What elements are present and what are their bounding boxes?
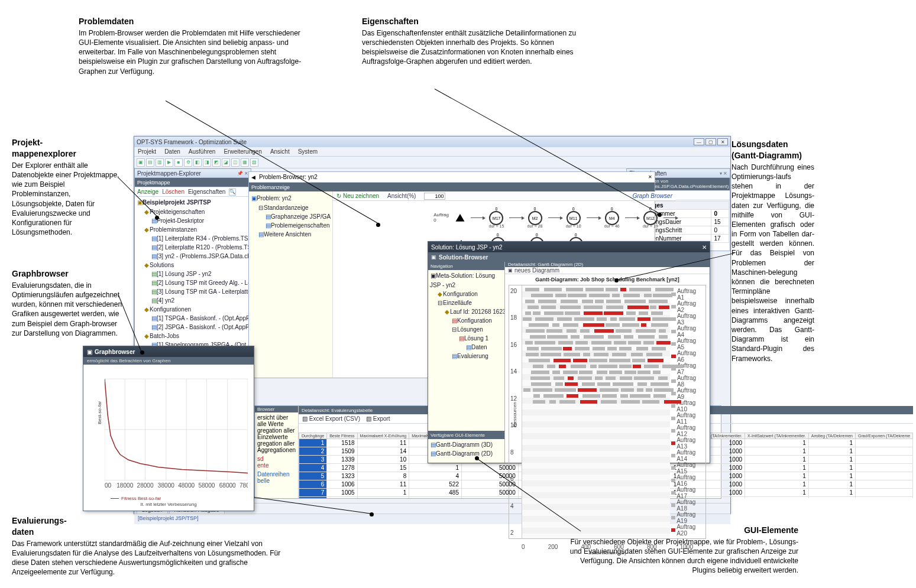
solution-nav: Navigation ▣Meta-Solution: Lösung JSP - …: [428, 262, 505, 463]
solution-nav-header: Navigation: [428, 262, 504, 270]
menu-bar: Projekt Daten Ausführen Erweiterungen An…: [134, 147, 730, 157]
app-title: OPT-SYS Framework - Optimization Suite: [137, 139, 247, 145]
gantt-toolbar: ▣ neues Diagramm: [505, 267, 710, 274]
solution-close-icon[interactable]: ✕: [702, 244, 707, 251]
eval-nav[interactable]: Browser ersicht über alle Werte gregatio…: [255, 406, 299, 498]
problem-toolbar: ↻ Neu zeichnen Ansicht(%) Graph Browser: [333, 191, 676, 201]
svg-text:78000: 78000: [239, 482, 248, 489]
svg-text:48000: 48000: [178, 482, 195, 489]
tool-d-icon[interactable]: ◪: [222, 158, 230, 167]
solution-tree[interactable]: ▣Meta-Solution: Lösung JSP - yn2 ◆Konfig…: [428, 270, 504, 431]
gantt-ylabel: Ressourcen: [512, 402, 517, 427]
tool-stop-icon[interactable]: ■: [174, 158, 183, 167]
btn-loeschen[interactable]: Löschen: [162, 189, 185, 195]
btn-excel-export[interactable]: ▧ Excel Export (CSV): [302, 415, 360, 422]
problem-tree[interactable]: ▣Problem: yn2 ⊟Standardanzeige ▤Graphanz…: [249, 191, 333, 378]
ann-problemdaten: ProblemdatenIm Problem-Browser werden di…: [79, 16, 303, 76]
graphbrowser-legend: Fitness Best-so-far: [111, 496, 161, 501]
graphbrowser-ylabel: Best-so-far: [97, 401, 102, 424]
close-button[interactable]: ✕: [717, 138, 728, 145]
tool-run-icon[interactable]: ▶: [165, 158, 173, 167]
tool-bar: ▣ ▤ ▥ ▶ ■ ⚙ ◧ ◨ ◩ ◪ ◫ ▦ ▧: [134, 157, 730, 168]
ann-graphbrowser: GraphbrowserEvaluierungsdaten, die in Op…: [12, 268, 123, 338]
tool-c-icon[interactable]: ◩: [212, 158, 221, 167]
menu-ausfuehren[interactable]: Ausführen: [189, 148, 216, 155]
solution-browser-window: Solution: Lösung JSP - yn2 ✕ ▣ Solution-…: [428, 241, 710, 463]
btn-neu-zeichnen[interactable]: ↻ Neu zeichnen: [336, 193, 379, 199]
gantt-header: Detailansicht: Gantt-Diagramm (2D): [505, 262, 710, 267]
menu-daten[interactable]: Daten: [164, 148, 180, 155]
svg-text:28000: 28000: [137, 482, 154, 489]
menu-erweiterungen[interactable]: Erweiterungen: [224, 148, 261, 155]
graphbrowser-titlebar: ▣ Graphbrowser: [83, 346, 254, 357]
search-icon[interactable]: 🔍: [229, 189, 236, 196]
project-tree[interactable]: ▣Beispielprojekt JSP/TSP ◆Projekteigensc…: [135, 197, 251, 355]
ann-loesungsdaten: Lösungsdaten (Gantt-Diagramm)Nach Durchf…: [731, 139, 814, 363]
graphbrowser-sub: ermöglicht das Betrachten von Graphen: [83, 357, 254, 365]
solution-subbar: ▣ Solution-Browser: [428, 252, 710, 262]
svg-text:68000: 68000: [219, 482, 236, 489]
tool-e-icon[interactable]: ◫: [231, 158, 239, 167]
gantt-title: Gantt-Diagramm: Job Shop Scheduling Benc…: [505, 274, 710, 285]
properties-pin-icon[interactable]: ▾ ✕: [720, 171, 727, 176]
graphbrowser-window: ▣ Graphbrowser ermöglicht das Betrachten…: [83, 346, 254, 511]
ann-projektmappenexplorer: Projekt- mappenexplorerDer Explorer enth…: [12, 137, 123, 237]
gantt-panel: Detailansicht: Gantt-Diagramm (2D) ▣ neu…: [505, 262, 710, 463]
btn-anzeige[interactable]: Anzeige: [137, 189, 158, 195]
available-gui-list[interactable]: ▤Gantt-Diagramm (3D) ▤Gantt-Diagramm (2D…: [428, 439, 504, 463]
tool-open-icon[interactable]: ▤: [146, 158, 154, 167]
btn-export[interactable]: ▧ Export: [366, 415, 390, 422]
problem-tab-close-icon[interactable]: ✕: [648, 174, 652, 180]
ann-evaluierungsdaten: Evaluierungs- datenDas Framework unterst…: [12, 515, 290, 577]
tool-a-icon[interactable]: ◧: [193, 158, 202, 167]
menu-system[interactable]: System: [298, 148, 318, 155]
btn-eigenschaften[interactable]: Eigenschaften: [188, 189, 225, 195]
tool-save-icon[interactable]: ▥: [156, 158, 164, 167]
solution-titlebar: Solution: Lösung JSP - yn2 ✕: [428, 242, 710, 252]
title-bar: OPT-SYS Framework - Optimization Suite —…: [134, 137, 730, 147]
graphbrowser-plot[interactable]: Best-so-far 0 1000 2000 80001800028000 3…: [83, 365, 254, 503]
tool-f-icon[interactable]: ▦: [241, 158, 249, 167]
svg-text:58000: 58000: [198, 482, 215, 489]
ann-eigenschaften: EigenschaftenDas Eigenschaftenfenster en…: [362, 16, 587, 67]
graph-browser-label: Graph Browser: [633, 193, 672, 199]
tool-g-icon[interactable]: ▧: [250, 158, 258, 167]
available-gui-header: Verfügbare GUI-Elemente: [428, 431, 504, 439]
pin-icon[interactable]: 📌 ✕: [237, 171, 248, 176]
gantt-xlabel: Zeiteinheiten (ZE): [505, 550, 710, 558]
tool-b-icon[interactable]: ◨: [203, 158, 211, 167]
btn-neues-diagramm[interactable]: neues Diagramm: [514, 267, 559, 274]
lbl-ansicht: Ansicht(%): [387, 193, 416, 199]
zoom-input[interactable]: [424, 193, 445, 200]
project-explorer-panel: Projektmappen-Explorer 📌 ✕ Projektmappe …: [134, 168, 251, 356]
menu-ansicht[interactable]: Ansicht: [270, 148, 290, 155]
minimize-button[interactable]: —: [694, 138, 704, 145]
svg-text:18000: 18000: [116, 482, 133, 489]
tool-config-icon[interactable]: ⚙: [184, 158, 192, 167]
svg-text:8000: 8000: [105, 482, 112, 489]
svg-text:38000: 38000: [158, 482, 174, 489]
tool-new-icon[interactable]: ▣: [137, 158, 145, 167]
project-explorer-title: Projektmappen-Explorer: [137, 170, 201, 177]
project-explorer-tab: Projektmappe: [135, 178, 251, 187]
maximize-button[interactable]: ▢: [705, 138, 716, 145]
project-explorer-header: Projektmappen-Explorer 📌 ✕: [135, 169, 251, 178]
menu-projekt[interactable]: Projekt: [138, 148, 156, 155]
project-explorer-toolbar: Anzeige Löschen Eigenschaften 🔍: [135, 187, 251, 197]
